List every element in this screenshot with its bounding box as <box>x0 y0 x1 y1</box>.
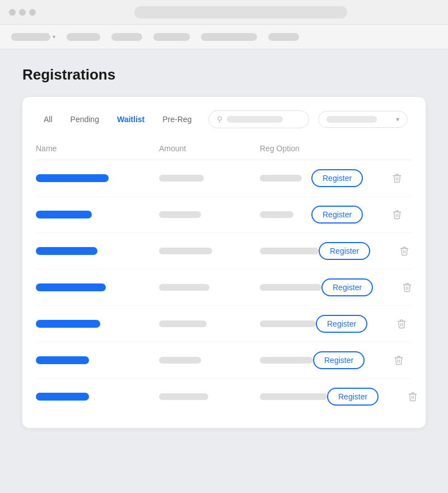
search-icon: ⚲ <box>217 115 222 124</box>
table-row: Register <box>36 342 412 379</box>
chevron-down-icon: ▾ <box>53 34 55 40</box>
delete-button[interactable] <box>400 280 414 295</box>
name-cell <box>36 247 159 255</box>
regoption-cell <box>260 175 311 182</box>
delete-cell <box>391 353 414 368</box>
table-row: Register <box>36 160 412 197</box>
maximize-button[interactable] <box>29 9 36 16</box>
table-row: Register <box>36 197 412 233</box>
delete-button[interactable] <box>405 389 420 404</box>
browser-chrome <box>0 0 448 25</box>
col-header-amount: Amount <box>159 144 260 153</box>
register-button[interactable]: Register <box>311 206 363 224</box>
traffic-lights <box>9 9 36 16</box>
name-cell <box>36 283 159 291</box>
name-bar <box>36 320 100 328</box>
register-button[interactable]: Register <box>313 351 365 369</box>
name-cell <box>36 174 159 182</box>
minimize-button[interactable] <box>19 9 26 16</box>
delete-button[interactable] <box>391 353 406 368</box>
amount-bar <box>159 175 204 182</box>
filter-row: All Pending Waitlist Pre-Reg ⚲ ▾ <box>36 110 412 128</box>
amount-cell <box>159 175 260 182</box>
address-bar[interactable] <box>134 6 347 18</box>
register-button[interactable]: Register <box>319 242 370 260</box>
tab-waitlist[interactable]: Waitlist <box>109 111 152 127</box>
toolbar-nav-item-1[interactable]: ▾ <box>11 33 55 41</box>
delete-button[interactable] <box>394 317 409 331</box>
name-bar <box>36 356 89 364</box>
close-button[interactable] <box>9 9 16 16</box>
name-cell <box>36 211 159 218</box>
toolbar-nav-item-6[interactable] <box>268 33 299 41</box>
main-content: Registrations All Pending Waitlist Pre-R… <box>0 49 448 493</box>
register-button[interactable]: Register <box>316 315 367 333</box>
amount-cell <box>159 248 260 254</box>
name-cell <box>36 320 159 328</box>
action-cell: Register <box>321 278 400 296</box>
toolbar-nav-item-3[interactable] <box>111 33 142 41</box>
delete-cell <box>390 171 412 185</box>
table-rows: Register <box>36 160 412 415</box>
page-title: Registrations <box>22 66 426 83</box>
regoption-bar <box>260 393 327 400</box>
amount-bar <box>159 211 201 218</box>
toolbar-nav-item-2[interactable] <box>67 33 100 41</box>
amount-bar <box>159 284 209 291</box>
register-button[interactable]: Register <box>321 278 373 296</box>
register-button[interactable]: Register <box>311 169 363 187</box>
action-cell: Register <box>311 169 390 187</box>
regoption-bar <box>260 248 319 254</box>
col-header-delete <box>390 144 412 153</box>
action-cell: Register <box>316 315 394 333</box>
col-header-name: Name <box>36 144 159 153</box>
regoption-bar <box>260 320 316 327</box>
filter-dropdown[interactable]: ▾ <box>318 111 408 128</box>
regoption-cell <box>260 284 321 291</box>
delete-cell <box>400 280 422 295</box>
table-row: Register <box>36 306 412 342</box>
table-row: Register <box>36 379 412 415</box>
regoption-cell <box>260 320 316 327</box>
col-header-regoption: Reg Option <box>260 144 311 153</box>
amount-bar <box>159 320 207 327</box>
amount-bar <box>159 393 208 400</box>
toolbar-nav-item-5[interactable] <box>201 33 257 41</box>
amount-cell <box>159 320 260 327</box>
tab-all[interactable]: All <box>36 111 60 127</box>
name-cell <box>36 356 159 364</box>
regoption-cell <box>260 357 313 364</box>
registrations-card: All Pending Waitlist Pre-Reg ⚲ ▾ Name Am… <box>22 97 426 428</box>
amount-cell <box>159 393 260 400</box>
table-row: Register <box>36 269 412 306</box>
delete-button[interactable] <box>390 207 404 222</box>
delete-cell <box>397 244 419 258</box>
delete-button[interactable] <box>390 171 404 185</box>
amount-cell <box>159 284 260 291</box>
table-header: Name Amount Reg Option <box>36 144 412 160</box>
col-header-action <box>311 144 390 153</box>
search-box[interactable]: ⚲ <box>208 110 309 128</box>
delete-button[interactable] <box>397 244 412 258</box>
regoption-bar <box>260 284 321 291</box>
tab-pending[interactable]: Pending <box>63 111 107 127</box>
amount-cell <box>159 211 260 218</box>
delete-cell <box>405 389 428 404</box>
tabs-container: All Pending Waitlist Pre-Reg <box>36 111 199 127</box>
action-cell: Register <box>327 388 405 406</box>
name-bar <box>36 283 106 291</box>
table-row: Register <box>36 233 412 269</box>
chevron-down-icon: ▾ <box>396 115 399 123</box>
action-cell: Register <box>319 242 397 260</box>
amount-bar <box>159 248 212 254</box>
regoption-bar <box>260 211 293 218</box>
regoption-bar <box>260 175 302 182</box>
regoption-cell <box>260 393 327 400</box>
tab-prereg[interactable]: Pre-Reg <box>155 111 199 127</box>
toolbar-nav-item-4[interactable] <box>153 33 190 41</box>
delete-cell <box>394 317 417 331</box>
toolbar: ▾ <box>0 25 448 49</box>
name-cell <box>36 393 159 401</box>
register-button[interactable]: Register <box>327 388 379 406</box>
action-cell: Register <box>311 206 390 224</box>
